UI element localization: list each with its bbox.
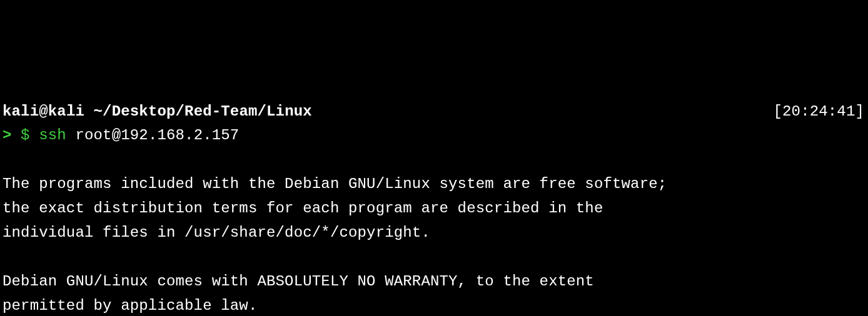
motd-line-3: individual files in /usr/share/doc/*/cop… — [3, 221, 865, 245]
motd-line-1: The programs included with the Debian GN… — [3, 172, 865, 197]
prompt-user: kali — [3, 103, 39, 120]
command-args: root@192.168.2.157 — [66, 127, 240, 144]
motd-line-4: Debian GNU/Linux comes with ABSOLUTELY N… — [3, 270, 865, 294]
motd-line-2: the exact distribution terms for each pr… — [3, 197, 865, 221]
command-name: ssh — [39, 127, 66, 144]
timestamp: [20:24:41] — [773, 100, 865, 124]
dollar-sign: $ — [12, 127, 39, 144]
motd-line-5: permitted by applicable law. — [3, 294, 865, 317]
prompt-host: kali — [48, 103, 84, 120]
path-separator — [84, 103, 94, 120]
terminal[interactable]: kali@kali ~/Desktop/Red-Team/Linux[20:24… — [3, 100, 865, 317]
prompt-arrow-icon: > — [3, 127, 12, 144]
at-symbol: @ — [39, 103, 48, 120]
prompt-cwd: ~/Desktop/Red-Team/Linux — [94, 103, 312, 120]
prompt-line-1: kali@kali ~/Desktop/Red-Team/Linux[20:24… — [3, 100, 865, 124]
prompt-line-2: > $ ssh root@192.168.2.157 — [3, 124, 865, 148]
